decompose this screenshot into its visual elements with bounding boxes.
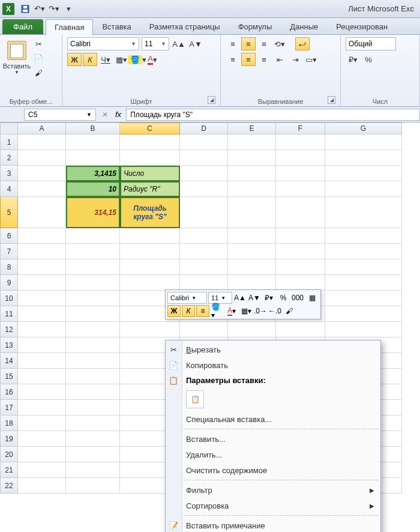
align-right-button[interactable]: ≡ [257, 53, 271, 66]
cell-G6[interactable] [325, 228, 402, 244]
row-header-9[interactable]: 9 [0, 275, 18, 291]
column-header-A[interactable]: A [18, 122, 66, 135]
mini-format-cells-icon[interactable]: ▦ [305, 292, 319, 304]
cell-A8[interactable] [18, 259, 66, 275]
cell-F1[interactable] [276, 135, 325, 150]
mini-grow-font[interactable]: A▲ [233, 292, 247, 304]
cell-G9[interactable] [325, 275, 402, 291]
format-painter-button[interactable]: 🖌 [31, 66, 46, 79]
wrap-text-button[interactable]: ⮐ [295, 37, 310, 50]
mini-italic[interactable]: К [182, 305, 195, 317]
cell-A3[interactable] [18, 166, 66, 181]
row-header-6[interactable]: 6 [0, 228, 18, 244]
cell-F9[interactable] [276, 275, 325, 291]
cell-B22[interactable] [66, 478, 120, 494]
fill-color-button[interactable]: 🪣▾ [130, 53, 144, 66]
column-header-B[interactable]: B [66, 122, 120, 135]
tab-home[interactable]: Главная [46, 19, 93, 35]
font-color-button[interactable]: A▾ [145, 53, 160, 66]
cm-clear[interactable]: Очистить содержимое [166, 462, 380, 478]
mini-border[interactable]: ▦▾ [239, 305, 253, 317]
mini-percent[interactable]: % [277, 292, 290, 304]
cell-D7[interactable] [180, 244, 228, 259]
cell-E3[interactable] [228, 166, 276, 181]
mini-fill-color[interactable]: 🪣▾ [211, 305, 224, 317]
cell-C8[interactable] [120, 259, 180, 275]
cell-C6[interactable] [120, 228, 180, 244]
name-box[interactable]: C5▼ [24, 109, 96, 121]
cell-F12[interactable] [276, 322, 325, 337]
cell-A19[interactable] [18, 431, 66, 447]
cell-F7[interactable] [276, 244, 325, 259]
column-header-E[interactable]: E [228, 122, 276, 135]
row-header-18[interactable]: 18 [0, 416, 18, 431]
paste-button[interactable]: Вставить ▼ [5, 37, 29, 78]
cell-G10[interactable] [325, 291, 402, 306]
row-header-15[interactable]: 15 [0, 369, 18, 384]
cell-A22[interactable] [18, 478, 66, 494]
tab-insert[interactable]: Вставка [93, 19, 140, 34]
cell-B2[interactable] [66, 150, 120, 166]
row-header-17[interactable]: 17 [0, 400, 18, 416]
grow-font-button[interactable]: A▲ [172, 37, 186, 50]
cell-A5[interactable] [18, 197, 66, 228]
column-header-D[interactable]: D [180, 122, 228, 135]
align-bottom-button[interactable]: ≡ [257, 37, 271, 50]
cell-A10[interactable] [18, 291, 66, 306]
cell-E7[interactable] [228, 244, 276, 259]
decrease-indent-button[interactable]: ⇤ [272, 53, 287, 66]
border-button[interactable]: ▦▾ [114, 53, 128, 66]
qat-undo-button[interactable]: ↶▾ [33, 2, 46, 16]
tab-layout[interactable]: Разметка страницы [140, 19, 229, 34]
align-left-button[interactable]: ≡ [226, 53, 240, 66]
cell-B19[interactable] [66, 431, 120, 447]
cell-C7[interactable] [120, 244, 180, 259]
formula-input[interactable]: Площадь круга "S" [126, 109, 420, 121]
cell-A9[interactable] [18, 275, 66, 291]
cell-B14[interactable] [66, 353, 120, 369]
paste-default-button[interactable]: 📋 [186, 390, 204, 408]
row-header-2[interactable]: 2 [0, 150, 18, 166]
row-header-22[interactable]: 22 [0, 478, 18, 494]
qat-save-button[interactable] [19, 2, 32, 16]
cm-comment[interactable]: 📝Вставить примечание [166, 518, 380, 532]
cell-C9[interactable] [120, 275, 180, 291]
cm-filter[interactable]: Фильтр▶ [166, 482, 380, 498]
align-middle-button[interactable]: ≡ [241, 37, 256, 50]
cell-F5[interactable] [276, 197, 325, 228]
cell-B10[interactable] [66, 291, 120, 306]
row-header-20[interactable]: 20 [0, 447, 18, 462]
cell-A14[interactable] [18, 353, 66, 369]
cell-F3[interactable] [276, 166, 325, 181]
font-launcher[interactable]: ◢ [208, 96, 215, 104]
row-header-13[interactable]: 13 [0, 337, 18, 353]
mini-font-combo[interactable]: Calibri▼ [167, 292, 207, 304]
cell-E12[interactable] [228, 322, 276, 337]
mini-thousands[interactable]: 000 [291, 292, 304, 304]
mini-currency[interactable]: ₽▾ [262, 292, 275, 304]
select-all-corner[interactable] [0, 122, 18, 135]
row-header-7[interactable]: 7 [0, 244, 18, 259]
mini-bold[interactable]: Ж [167, 305, 181, 317]
cell-C12[interactable] [120, 322, 180, 337]
alignment-launcher[interactable]: ◢ [328, 96, 335, 104]
cell-G3[interactable] [325, 166, 402, 181]
cell-F8[interactable] [276, 259, 325, 275]
cell-B6[interactable] [66, 228, 120, 244]
cell-F6[interactable] [276, 228, 325, 244]
cell-A17[interactable] [18, 400, 66, 416]
cm-paste-special[interactable]: Специальная вставка... [166, 411, 380, 427]
cell-E9[interactable] [228, 275, 276, 291]
cell-G8[interactable] [325, 259, 402, 275]
cell-B13[interactable] [66, 337, 120, 353]
cell-B11[interactable] [66, 306, 120, 322]
cancel-icon[interactable]: ✕ [102, 110, 108, 119]
cell-B12[interactable] [66, 322, 120, 337]
fx-icon[interactable]: fx [115, 110, 121, 119]
mini-decrease-decimal[interactable]: ←.0 [268, 305, 281, 317]
cm-copy[interactable]: 📄Копировать [166, 357, 380, 373]
row-header-11[interactable]: 11 [0, 306, 18, 322]
cm-insert[interactable]: Вставить... [166, 431, 380, 447]
cell-A1[interactable] [18, 135, 66, 150]
cell-E8[interactable] [228, 259, 276, 275]
